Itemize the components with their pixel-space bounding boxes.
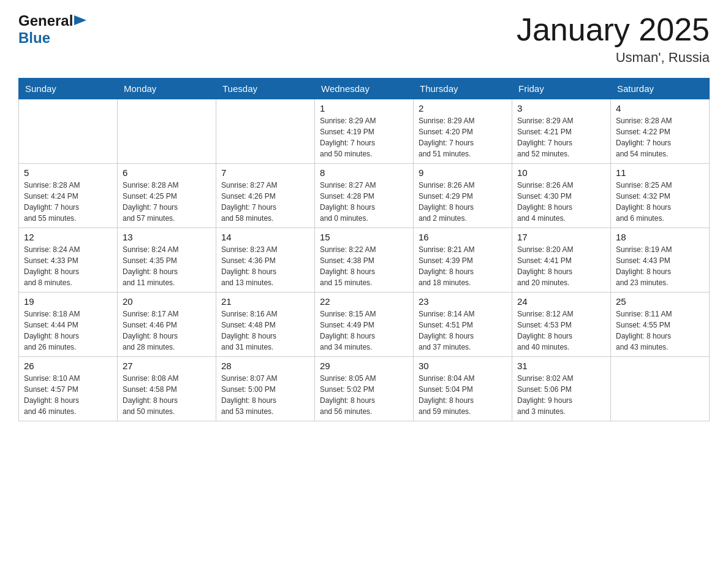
- calendar-cell-w1-d6: 3Sunrise: 8:29 AMSunset: 4:21 PMDaylight…: [512, 99, 611, 164]
- day-number: 26: [24, 361, 112, 371]
- day-number: 5: [24, 167, 112, 178]
- day-number: 17: [517, 232, 605, 242]
- day-info: Sunrise: 8:17 AMSunset: 4:46 PMDaylight:…: [123, 308, 211, 353]
- day-number: 27: [123, 361, 211, 371]
- calendar-cell-w4-d2: 20Sunrise: 8:17 AMSunset: 4:46 PMDayligh…: [118, 293, 216, 357]
- day-number: 24: [517, 296, 605, 307]
- day-number: 31: [517, 361, 605, 371]
- calendar-cell-w4-d3: 21Sunrise: 8:16 AMSunset: 4:48 PMDayligh…: [216, 293, 315, 357]
- day-info: Sunrise: 8:18 AMSunset: 4:44 PMDaylight:…: [24, 308, 112, 353]
- calendar-cell-w5-d7: [611, 357, 710, 421]
- week-row-3: 12Sunrise: 8:24 AMSunset: 4:33 PMDayligh…: [19, 228, 710, 293]
- header-thursday: Thursday: [414, 79, 512, 99]
- day-info: Sunrise: 8:27 AMSunset: 4:28 PMDaylight:…: [320, 180, 408, 224]
- header-monday: Monday: [118, 79, 216, 99]
- day-info: Sunrise: 8:28 AMSunset: 4:25 PMDaylight:…: [123, 180, 211, 224]
- calendar-cell-w2-d5: 9Sunrise: 8:26 AMSunset: 4:29 PMDaylight…: [414, 164, 512, 228]
- subtitle: Usman', Russia: [517, 50, 710, 66]
- week-row-4: 19Sunrise: 8:18 AMSunset: 4:44 PMDayligh…: [19, 293, 710, 357]
- day-info: Sunrise: 8:26 AMSunset: 4:29 PMDaylight:…: [419, 180, 507, 224]
- day-number: 6: [123, 167, 211, 178]
- day-info: Sunrise: 8:12 AMSunset: 4:53 PMDaylight:…: [517, 308, 605, 353]
- calendar-header-row: Sunday Monday Tuesday Wednesday Thursday…: [19, 79, 710, 99]
- day-number: 25: [616, 296, 704, 307]
- day-info: Sunrise: 8:25 AMSunset: 4:32 PMDaylight:…: [616, 180, 704, 224]
- calendar-cell-w4-d5: 23Sunrise: 8:14 AMSunset: 4:51 PMDayligh…: [414, 293, 512, 357]
- day-number: 2: [419, 103, 507, 113]
- day-info: Sunrise: 8:28 AMSunset: 4:24 PMDaylight:…: [24, 180, 112, 224]
- day-number: 3: [517, 103, 605, 113]
- calendar-cell-w2-d6: 10Sunrise: 8:26 AMSunset: 4:30 PMDayligh…: [512, 164, 611, 228]
- day-number: 30: [419, 361, 507, 371]
- day-number: 21: [221, 296, 309, 307]
- week-row-1: 1Sunrise: 8:29 AMSunset: 4:19 PMDaylight…: [19, 99, 710, 164]
- logo: General Blue: [18, 12, 86, 47]
- day-info: Sunrise: 8:11 AMSunset: 4:55 PMDaylight:…: [616, 308, 704, 353]
- day-number: 8: [320, 167, 408, 178]
- day-info: Sunrise: 8:24 AMSunset: 4:35 PMDaylight:…: [123, 244, 211, 288]
- calendar-cell-w2-d4: 8Sunrise: 8:27 AMSunset: 4:28 PMDaylight…: [315, 164, 414, 228]
- calendar-cell-w3-d7: 18Sunrise: 8:19 AMSunset: 4:43 PMDayligh…: [611, 228, 710, 293]
- calendar-cell-w2-d3: 7Sunrise: 8:27 AMSunset: 4:26 PMDaylight…: [216, 164, 315, 228]
- header-sunday: Sunday: [19, 79, 118, 99]
- day-number: 28: [221, 361, 309, 371]
- day-number: 1: [320, 103, 408, 113]
- main-title: January 2025: [517, 12, 710, 47]
- day-info: Sunrise: 8:26 AMSunset: 4:30 PMDaylight:…: [517, 180, 605, 224]
- day-info: Sunrise: 8:14 AMSunset: 4:51 PMDaylight:…: [419, 308, 507, 353]
- calendar-cell-w3-d3: 14Sunrise: 8:23 AMSunset: 4:36 PMDayligh…: [216, 228, 315, 293]
- day-info: Sunrise: 8:05 AMSunset: 5:02 PMDaylight:…: [320, 373, 408, 417]
- calendar-cell-w2-d1: 5Sunrise: 8:28 AMSunset: 4:24 PMDaylight…: [19, 164, 118, 228]
- day-info: Sunrise: 8:23 AMSunset: 4:36 PMDaylight:…: [221, 244, 309, 288]
- day-number: 11: [616, 167, 704, 178]
- calendar-cell-w5-d1: 26Sunrise: 8:10 AMSunset: 4:57 PMDayligh…: [19, 357, 118, 421]
- calendar-cell-w3-d1: 12Sunrise: 8:24 AMSunset: 4:33 PMDayligh…: [19, 228, 118, 293]
- calendar-cell-w3-d6: 17Sunrise: 8:20 AMSunset: 4:41 PMDayligh…: [512, 228, 611, 293]
- calendar-cell-w1-d1: [19, 99, 118, 164]
- day-number: 7: [221, 167, 309, 178]
- day-info: Sunrise: 8:29 AMSunset: 4:21 PMDaylight:…: [517, 115, 605, 159]
- calendar-cell-w2-d2: 6Sunrise: 8:28 AMSunset: 4:25 PMDaylight…: [118, 164, 216, 228]
- day-info: Sunrise: 8:22 AMSunset: 4:38 PMDaylight:…: [320, 244, 408, 288]
- header-tuesday: Tuesday: [216, 79, 315, 99]
- week-row-2: 5Sunrise: 8:28 AMSunset: 4:24 PMDaylight…: [19, 164, 710, 228]
- calendar-cell-w1-d2: [118, 99, 216, 164]
- day-info: Sunrise: 8:19 AMSunset: 4:43 PMDaylight:…: [616, 244, 704, 288]
- day-info: Sunrise: 8:29 AMSunset: 4:20 PMDaylight:…: [419, 115, 507, 159]
- calendar-cell-w4-d1: 19Sunrise: 8:18 AMSunset: 4:44 PMDayligh…: [19, 293, 118, 357]
- header-wednesday: Wednesday: [315, 79, 414, 99]
- day-number: 29: [320, 361, 408, 371]
- logo-triangle-icon: [74, 15, 86, 28]
- day-info: Sunrise: 8:29 AMSunset: 4:19 PMDaylight:…: [320, 115, 408, 159]
- calendar-cell-w4-d7: 25Sunrise: 8:11 AMSunset: 4:55 PMDayligh…: [611, 293, 710, 357]
- calendar-table: Sunday Monday Tuesday Wednesday Thursday…: [18, 78, 710, 421]
- day-info: Sunrise: 8:10 AMSunset: 4:57 PMDaylight:…: [24, 373, 112, 417]
- calendar-cell-w3-d4: 15Sunrise: 8:22 AMSunset: 4:38 PMDayligh…: [315, 228, 414, 293]
- day-number: 19: [24, 296, 112, 307]
- day-info: Sunrise: 8:20 AMSunset: 4:41 PMDaylight:…: [517, 244, 605, 288]
- day-number: 18: [616, 232, 704, 242]
- svg-marker-0: [74, 15, 86, 25]
- calendar-cell-w1-d7: 4Sunrise: 8:28 AMSunset: 4:22 PMDaylight…: [611, 99, 710, 164]
- calendar-cell-w2-d7: 11Sunrise: 8:25 AMSunset: 4:32 PMDayligh…: [611, 164, 710, 228]
- header-saturday: Saturday: [611, 79, 710, 99]
- day-number: 9: [419, 167, 507, 178]
- day-number: 15: [320, 232, 408, 242]
- calendar-cell-w1-d3: [216, 99, 315, 164]
- day-info: Sunrise: 8:02 AMSunset: 5:06 PMDaylight:…: [517, 373, 605, 417]
- day-info: Sunrise: 8:28 AMSunset: 4:22 PMDaylight:…: [616, 115, 704, 159]
- calendar-cell-w1-d4: 1Sunrise: 8:29 AMSunset: 4:19 PMDaylight…: [315, 99, 414, 164]
- calendar-cell-w5-d5: 30Sunrise: 8:04 AMSunset: 5:04 PMDayligh…: [414, 357, 512, 421]
- day-info: Sunrise: 8:24 AMSunset: 4:33 PMDaylight:…: [24, 244, 112, 288]
- day-number: 10: [517, 167, 605, 178]
- day-number: 23: [419, 296, 507, 307]
- day-number: 16: [419, 232, 507, 242]
- day-number: 22: [320, 296, 408, 307]
- calendar-cell-w5-d2: 27Sunrise: 8:08 AMSunset: 4:58 PMDayligh…: [118, 357, 216, 421]
- day-number: 4: [616, 103, 704, 113]
- page-header: General Blue January 2025 Usman', Russia: [18, 12, 710, 66]
- day-number: 20: [123, 296, 211, 307]
- header-friday: Friday: [512, 79, 611, 99]
- title-block: January 2025 Usman', Russia: [517, 12, 710, 66]
- day-info: Sunrise: 8:08 AMSunset: 4:58 PMDaylight:…: [123, 373, 211, 417]
